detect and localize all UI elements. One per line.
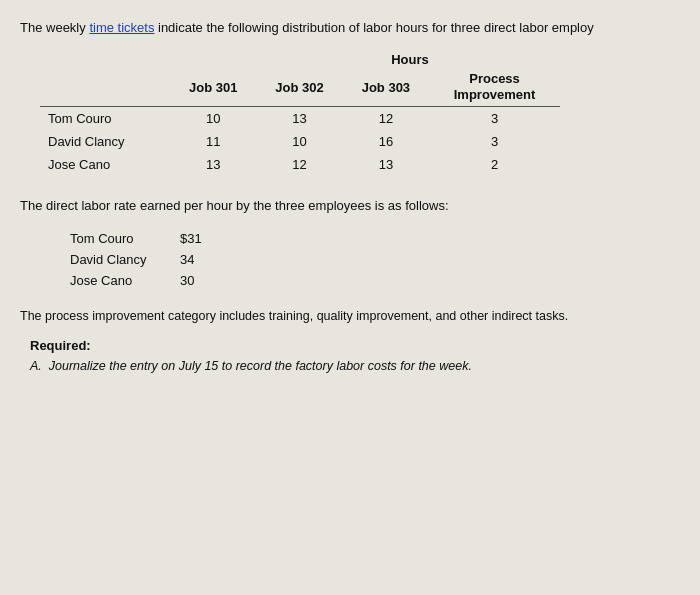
required-label: Required: bbox=[30, 338, 680, 353]
process-hours-1: 3 bbox=[429, 107, 560, 131]
job302-hours-3: 12 bbox=[256, 153, 342, 176]
hours-section: Hours Job 301 Job 302 Job 303 ProcessImp… bbox=[20, 52, 680, 177]
process-hours-2: 3 bbox=[429, 130, 560, 153]
col-header-job302: Job 302 bbox=[256, 69, 342, 107]
col-header-job303: Job 303 bbox=[343, 69, 429, 107]
col-header-process: ProcessImprovement bbox=[429, 69, 560, 107]
rate-name-1: Tom Couro bbox=[70, 228, 180, 249]
required-item-a: A. Journalize the entry on July 15 to re… bbox=[30, 357, 680, 376]
rate-row: Jose Cano 30 bbox=[70, 270, 230, 291]
table-row: Jose Cano 13 12 13 2 bbox=[40, 153, 560, 176]
hours-header: Hours bbox=[20, 52, 680, 67]
required-section: Required: A. Journalize the entry on Jul… bbox=[30, 338, 680, 376]
labor-hours-table-container: Job 301 Job 302 Job 303 ProcessImproveme… bbox=[40, 69, 680, 177]
rate-table-container: Tom Couro $31 David Clancy 34 Jose Cano … bbox=[70, 228, 680, 291]
col-header-job301: Job 301 bbox=[170, 69, 256, 107]
rate-value-1: $31 bbox=[180, 228, 230, 249]
intro-text-after: indicate the following distribution of l… bbox=[154, 20, 593, 35]
rate-table: Tom Couro $31 David Clancy 34 Jose Cano … bbox=[70, 228, 230, 291]
job303-hours-3: 13 bbox=[343, 153, 429, 176]
rate-row: David Clancy 34 bbox=[70, 249, 230, 270]
column-header-row: Job 301 Job 302 Job 303 ProcessImproveme… bbox=[40, 69, 560, 107]
employee-name-1: Tom Couro bbox=[40, 107, 170, 131]
required-item-a-text: Journalize the entry on July 15 to recor… bbox=[49, 359, 472, 373]
process-improvement-note: The process improvement category include… bbox=[20, 307, 680, 326]
time-tickets-link[interactable]: time tickets bbox=[89, 20, 154, 35]
table-row: Tom Couro 10 13 12 3 bbox=[40, 107, 560, 131]
employee-name-2: David Clancy bbox=[40, 130, 170, 153]
labor-hours-table: Job 301 Job 302 Job 303 ProcessImproveme… bbox=[40, 69, 560, 177]
job303-hours-2: 16 bbox=[343, 130, 429, 153]
job301-hours-1: 10 bbox=[170, 107, 256, 131]
process-hours-3: 2 bbox=[429, 153, 560, 176]
intro-paragraph: The weekly time tickets indicate the fol… bbox=[20, 18, 680, 38]
job302-hours-2: 10 bbox=[256, 130, 342, 153]
hours-label: Hours bbox=[391, 52, 429, 67]
job301-hours-2: 11 bbox=[170, 130, 256, 153]
page-content: The weekly time tickets indicate the fol… bbox=[0, 0, 700, 595]
job303-hours-1: 12 bbox=[343, 107, 429, 131]
rate-name-2: David Clancy bbox=[70, 249, 180, 270]
rate-value-3: 30 bbox=[180, 270, 230, 291]
table-row: David Clancy 11 10 16 3 bbox=[40, 130, 560, 153]
col-header-name bbox=[40, 69, 170, 107]
intro-text-before: The weekly bbox=[20, 20, 89, 35]
rate-value-2: 34 bbox=[180, 249, 230, 270]
rate-section-label: The direct labor rate earned per hour by… bbox=[20, 196, 680, 216]
rate-name-3: Jose Cano bbox=[70, 270, 180, 291]
rate-row: Tom Couro $31 bbox=[70, 228, 230, 249]
job301-hours-3: 13 bbox=[170, 153, 256, 176]
job302-hours-1: 13 bbox=[256, 107, 342, 131]
employee-name-3: Jose Cano bbox=[40, 153, 170, 176]
